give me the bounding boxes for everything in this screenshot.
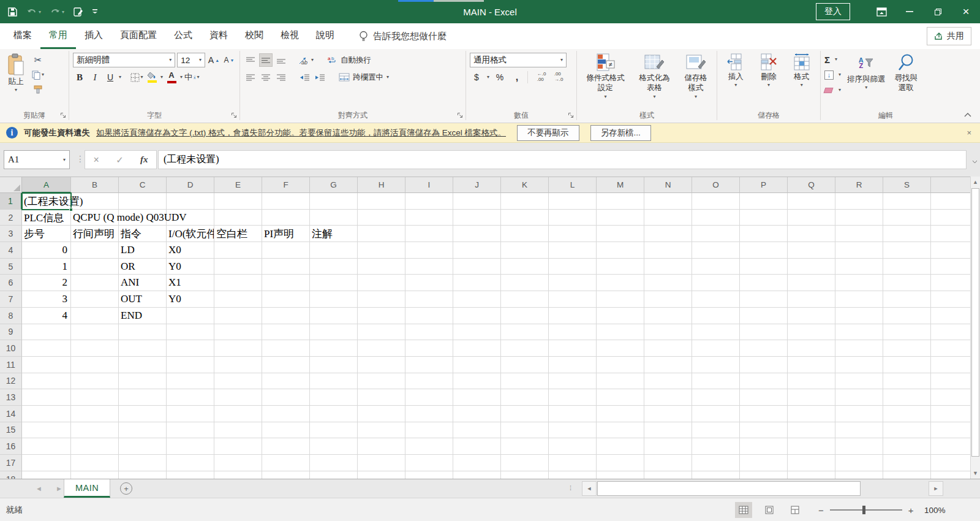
cell-A10[interactable] xyxy=(22,340,71,357)
cell-A4[interactable]: 0 xyxy=(22,242,71,259)
cell-Q14[interactable] xyxy=(788,406,835,422)
cell-P15[interactable] xyxy=(740,422,788,439)
cell-B12[interactable] xyxy=(71,373,119,390)
cell-N12[interactable] xyxy=(644,373,692,390)
next-sheet-icon[interactable]: ► xyxy=(56,485,62,492)
cell-J11[interactable] xyxy=(453,357,501,373)
ribbon-display-options-icon[interactable] xyxy=(867,0,895,23)
cell-K2[interactable] xyxy=(501,210,549,226)
cell-E15[interactable] xyxy=(214,422,262,439)
decrease-decimal-icon[interactable]: .00 →.0 xyxy=(552,70,565,84)
cell-F17[interactable] xyxy=(262,455,310,471)
cell-G14[interactable] xyxy=(310,406,358,422)
cell-I6[interactable] xyxy=(405,275,453,291)
cell-F12[interactable] xyxy=(262,373,310,390)
cell-H16[interactable] xyxy=(358,438,405,455)
cell-K18[interactable] xyxy=(501,471,549,479)
cell-D12[interactable] xyxy=(167,373,214,390)
cell-J13[interactable] xyxy=(453,389,501,406)
cell-G4[interactable] xyxy=(310,242,358,259)
number-dialog-launcher[interactable] xyxy=(568,111,574,120)
cell-N3[interactable] xyxy=(644,226,692,242)
column-header-G[interactable]: G xyxy=(310,177,358,193)
cell-A1[interactable]: (工程未设置) xyxy=(22,193,71,210)
cell-O6[interactable] xyxy=(692,275,740,291)
horizontal-scroll-thumb[interactable] xyxy=(597,481,861,496)
cell-F13[interactable] xyxy=(262,389,310,406)
cell-Q8[interactable] xyxy=(788,308,835,324)
cell-R6[interactable] xyxy=(835,275,883,291)
tab-常用[interactable]: 常用 xyxy=(40,23,76,49)
insert-cells-button[interactable]: 插入▾ xyxy=(723,52,748,89)
cell-G18[interactable] xyxy=(310,471,358,479)
cell-M3[interactable] xyxy=(597,226,644,242)
tell-me-box[interactable]: 告訴我您想做什麼 xyxy=(359,23,447,49)
cell-S10[interactable] xyxy=(883,340,931,357)
cell-K11[interactable] xyxy=(501,357,549,373)
cell-F14[interactable] xyxy=(262,406,310,422)
cell-R17[interactable] xyxy=(835,455,883,471)
row-header-14[interactable]: 14 xyxy=(0,406,22,422)
cell-I1[interactable] xyxy=(405,193,453,210)
cell-Q13[interactable] xyxy=(788,389,835,406)
cell-K10[interactable] xyxy=(501,340,549,357)
cell-P7[interactable] xyxy=(740,291,788,308)
cell-P6[interactable] xyxy=(740,275,788,291)
cell-B10[interactable] xyxy=(71,340,119,357)
cell-F1[interactable] xyxy=(262,193,310,210)
cell-R8[interactable] xyxy=(835,308,883,324)
column-header-P[interactable]: P xyxy=(740,177,788,193)
cell-O9[interactable] xyxy=(692,324,740,341)
cell-C5[interactable]: OR xyxy=(119,259,167,275)
column-header-D[interactable]: D xyxy=(167,177,214,193)
cell-C13[interactable] xyxy=(119,389,167,406)
cell-D6[interactable]: X1 xyxy=(167,275,214,291)
cell-M12[interactable] xyxy=(597,373,644,390)
cell-C7[interactable]: OUT xyxy=(119,291,167,308)
cell-N13[interactable] xyxy=(644,389,692,406)
cell-J3[interactable] xyxy=(453,226,501,242)
cell-H18[interactable] xyxy=(358,471,405,479)
cell-M9[interactable] xyxy=(597,324,644,341)
cell-H3[interactable] xyxy=(358,226,405,242)
cell-K6[interactable] xyxy=(501,275,549,291)
cell-Q10[interactable] xyxy=(788,340,835,357)
cell-L3[interactable] xyxy=(549,226,597,242)
row-header-13[interactable]: 13 xyxy=(0,389,22,406)
fill-icon[interactable]: ↓▾ xyxy=(824,68,841,82)
cell-styles-button[interactable]: 儲存格 樣式▾ xyxy=(681,52,710,101)
cell-S13[interactable] xyxy=(883,389,931,406)
cell-I5[interactable] xyxy=(405,259,453,275)
cell-G15[interactable] xyxy=(310,422,358,439)
copy-icon[interactable]: ▾ xyxy=(31,68,45,82)
cell-S9[interactable] xyxy=(883,324,931,341)
cell-J10[interactable] xyxy=(453,340,501,357)
cell-Q5[interactable] xyxy=(788,259,835,275)
cell-H7[interactable] xyxy=(358,291,405,308)
zoom-in-icon[interactable]: + xyxy=(908,505,914,515)
formula-input[interactable]: (工程未设置) xyxy=(158,150,967,169)
cell-C14[interactable] xyxy=(119,406,167,422)
cell-O17[interactable] xyxy=(692,455,740,471)
cell-H8[interactable] xyxy=(358,308,405,324)
cell-P1[interactable] xyxy=(740,193,788,210)
enter-icon[interactable]: ✓ xyxy=(116,154,124,165)
column-header-H[interactable]: H xyxy=(358,177,405,193)
cell-B11[interactable] xyxy=(71,357,119,373)
format-as-table-button[interactable]: 格式化為 表格▾ xyxy=(636,52,673,101)
cell-E18[interactable] xyxy=(214,471,262,479)
cell-M11[interactable] xyxy=(597,357,644,373)
horizontal-scrollbar[interactable]: ◄ ► xyxy=(582,481,943,496)
cell-H13[interactable] xyxy=(358,389,405,406)
cell-Q9[interactable] xyxy=(788,324,835,341)
cell-S3[interactable] xyxy=(883,226,931,242)
insert-function-icon[interactable]: fx xyxy=(140,154,148,165)
cell-B16[interactable] xyxy=(71,438,119,455)
share-button[interactable]: 共用 xyxy=(927,27,971,45)
cell-G9[interactable] xyxy=(310,324,358,341)
cell-D11[interactable] xyxy=(167,357,214,373)
cell-G3[interactable]: 注解 xyxy=(310,226,358,242)
cell-Q12[interactable] xyxy=(788,373,835,390)
top-align-icon[interactable] xyxy=(244,53,257,67)
cell-Q2[interactable] xyxy=(788,210,835,226)
